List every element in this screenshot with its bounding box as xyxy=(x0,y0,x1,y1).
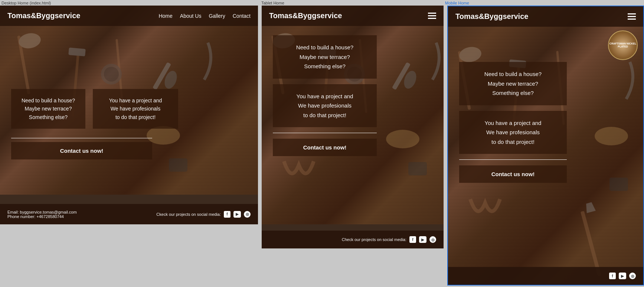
tablet-youtube-icon[interactable]: ▶ xyxy=(419,236,426,243)
tablet-header: Tomas&Byggservice xyxy=(262,6,444,26)
nav-contact[interactable]: Contact xyxy=(233,13,251,19)
svg-rect-32 xyxy=(581,211,601,276)
craftsman-badge: CRAFTSMAN NICKEL PLATED xyxy=(608,30,638,60)
tablet-hamburger-icon[interactable] xyxy=(428,13,436,19)
footer-contact-info: Email: byggservice.tomas@gmail.com Phone… xyxy=(7,210,77,219)
tablet-facebook-icon[interactable]: f xyxy=(409,236,416,243)
mobile-instagram-icon[interactable]: ◎ xyxy=(629,273,636,279)
mobile-facebook-icon[interactable]: f xyxy=(609,273,616,279)
footer-phone: Phone number: +46728580744 xyxy=(7,214,77,219)
svg-rect-22 xyxy=(408,162,427,175)
youtube-icon[interactable]: ▶ xyxy=(233,211,241,218)
desktop-hero-content: Need to build a house?Maybe new terrace?… xyxy=(0,24,258,224)
tablet-footer: Check our projects on social media: f ▶ … xyxy=(262,231,444,248)
desktop-divider xyxy=(11,138,152,138)
tablet-cta[interactable]: Contact us now! xyxy=(273,139,377,156)
nav-home[interactable]: Home xyxy=(158,13,172,19)
desktop-cta[interactable]: Contact us now! xyxy=(11,142,152,159)
mobile-hero-content: Need to build a house?Maybe new terrace?… xyxy=(448,55,643,190)
tablet-headline1: Need to build a house?Maybe new terrace?… xyxy=(273,35,377,79)
facebook-icon[interactable]: f xyxy=(224,211,231,218)
tablet-label: Tablet Home xyxy=(260,0,286,6)
nav-about[interactable]: About Us xyxy=(180,13,202,19)
footer-email: Email: byggservice.tomas@gmail.com xyxy=(7,210,77,214)
social-label: Ckeck our projects on social media: xyxy=(156,212,221,217)
tablet-instagram-icon[interactable]: ◎ xyxy=(429,236,436,243)
mobile-header: Tomas&Byggservice xyxy=(448,6,643,27)
mobile-divider xyxy=(459,159,567,160)
tablet-panel: Tomas&Byggservice xyxy=(262,6,444,248)
desktop-footer: Email: byggservice.tomas@gmail.com Phone… xyxy=(0,204,258,224)
tablet-headline2: You have a project andWe have profesiona… xyxy=(273,84,377,128)
mobile-headline1: Need to build a house?Maybe new terrace?… xyxy=(459,62,567,105)
mobile-headline2: You have a project andWe have profesiona… xyxy=(459,111,567,154)
desktop-label: Desktop Home (index.html) xyxy=(0,0,52,6)
footer-social: Ckeck our projects on social media: f ▶ … xyxy=(156,211,251,218)
mobile-cta[interactable]: Contact us now! xyxy=(459,165,567,183)
desktop-nav: Home About Us Gallery Contact xyxy=(158,13,251,19)
desktop-header: Tomas&Byggservice Home About Us Gallery … xyxy=(0,6,258,26)
desktop-headline1: Need to build a house?Maybe new terrace?… xyxy=(11,89,85,129)
desktop-brand: Tomas&Byggservice xyxy=(7,11,80,20)
mobile-label: Mobile Home xyxy=(444,0,471,6)
mobile-panel: Tomas&Byggservice xyxy=(447,6,644,286)
instagram-icon[interactable]: ◎ xyxy=(244,211,251,218)
tablet-hero-content: Need to build a house?Maybe new terrace?… xyxy=(262,28,444,164)
mobile-brand: Tomas&Byggservice xyxy=(455,12,528,21)
tablet-social-label: Check our projects on social media: xyxy=(342,237,406,242)
desktop-headline2: You have a project andWe have profesiona… xyxy=(93,89,178,129)
desktop-text-row: Need to build a house?Maybe new terrace?… xyxy=(11,89,178,129)
tablet-divider xyxy=(273,133,377,133)
svg-marker-33 xyxy=(584,202,596,213)
tablet-brand: Tomas&Byggservice xyxy=(269,11,342,20)
desktop-panel: Tomas&Byggservice Home About Us Gallery … xyxy=(0,6,258,224)
mobile-hamburger-icon[interactable] xyxy=(628,13,636,20)
panels-container: Tomas&Byggservice Home About Us Gallery … xyxy=(0,6,644,286)
mobile-footer: f ▶ ◎ xyxy=(448,267,643,285)
nav-gallery[interactable]: Gallery xyxy=(209,13,225,19)
mobile-youtube-icon[interactable]: ▶ xyxy=(619,273,626,279)
